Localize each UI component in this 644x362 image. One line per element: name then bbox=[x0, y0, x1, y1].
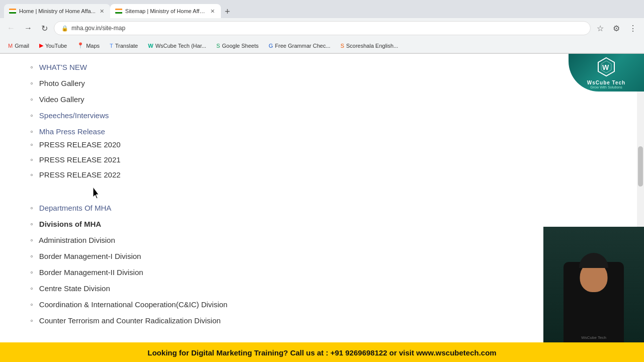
wscube-video-watermark: WsCube Tech bbox=[581, 335, 606, 340]
speeches-link[interactable]: Speeches/Interviews bbox=[39, 111, 109, 120]
content-area: W WsCube Tech Grow With Solutions WHAT'S… bbox=[0, 54, 644, 362]
tab2-close[interactable]: ✕ bbox=[209, 7, 216, 16]
tab1-close[interactable]: ✕ bbox=[99, 7, 105, 16]
banner-text: Looking for Digital Marketing Training? … bbox=[147, 348, 496, 357]
extensions-button[interactable]: ⚙ bbox=[610, 22, 623, 35]
bullet-whats-new bbox=[30, 63, 37, 71]
press-release-2020-text: PRESS RELEASE 2020 bbox=[39, 140, 121, 149]
divisions-text: Divisions of MHA bbox=[39, 220, 101, 228]
sitemap-list: WHAT'S NEW Photo Gallery Video Gallery S… bbox=[30, 63, 627, 325]
wscube-brand-text: WsCube Tech bbox=[587, 80, 625, 85]
address-bar-row: ← → ↻ 🔒 mha.gov.in/site-map ☆ ⚙ ⋮ bbox=[0, 18, 644, 38]
address-bar[interactable]: 🔒 mha.gov.in/site-map bbox=[54, 21, 591, 35]
back-button[interactable]: ← bbox=[4, 22, 18, 35]
bookmark-translate-label: Translate bbox=[115, 43, 138, 49]
press-release-2021-text: PRESS RELEASE 2021 bbox=[39, 155, 121, 164]
bookmark-bar: M Gmail ▶ YouTube 📍 Maps T Translate W W… bbox=[0, 38, 644, 53]
bullet-pr2022 bbox=[30, 170, 37, 179]
bookmark-scoreshala[interactable]: S Scoreshala English... bbox=[337, 42, 403, 50]
bookmark-maps[interactable]: 📍 Maps bbox=[73, 41, 104, 50]
bottom-banner: Looking for Digital Marketing Training? … bbox=[0, 342, 644, 362]
video-gallery-text: Video Gallery bbox=[39, 95, 85, 104]
lock-icon: 🔒 bbox=[61, 25, 68, 32]
gmail-icon: M bbox=[8, 43, 13, 49]
bookmark-translate[interactable]: T Translate bbox=[106, 42, 142, 50]
bookmark-scoreshala-label: Scoreshala English... bbox=[346, 43, 398, 49]
bookmark-grammar[interactable]: G Free Grammar Chec... bbox=[265, 42, 335, 50]
list-item: Video Gallery bbox=[30, 95, 627, 104]
maps-icon: 📍 bbox=[77, 42, 84, 49]
bookmark-gmail[interactable]: M Gmail bbox=[4, 42, 33, 50]
bookmark-sheets[interactable]: S Google Sheets bbox=[212, 42, 263, 50]
bullet-photo-gallery bbox=[30, 79, 37, 87]
main-content: WHAT'S NEW Photo Gallery Video Gallery S… bbox=[0, 54, 637, 362]
bookmark-wscube-label: WsCube Tech (Har... bbox=[155, 43, 206, 49]
bookmark-wscube[interactable]: W WsCube Tech (Har... bbox=[144, 42, 210, 50]
bullet-video-gallery bbox=[30, 95, 37, 104]
wscube-bm-icon: W bbox=[148, 43, 153, 49]
wscube-tagline: Grow With Solutions bbox=[590, 85, 622, 89]
tab2-favicon bbox=[115, 9, 122, 14]
tab-bar: Home | Ministry of Home Affa... ✕ Sitema… bbox=[0, 0, 644, 18]
forward-button[interactable]: → bbox=[21, 22, 35, 35]
translate-icon: T bbox=[110, 43, 113, 49]
bookmark-gmail-label: Gmail bbox=[15, 43, 29, 49]
departments-link[interactable]: Departments Of MHA bbox=[39, 204, 111, 212]
scrollbar-thumb[interactable] bbox=[638, 146, 643, 187]
tab2-title: Sitemap | Ministry of Home Affa... bbox=[125, 8, 206, 14]
list-item: Coordination & International Cooperation… bbox=[30, 300, 627, 309]
tab-1[interactable]: Home | Ministry of Home Affa... ✕ bbox=[4, 4, 110, 18]
border1-text: Border Management-I Division bbox=[39, 252, 141, 260]
counter-terrorism-text: Counter Terrorism and Counter Radicaliza… bbox=[39, 316, 221, 325]
spacer bbox=[30, 190, 627, 200]
bookmark-grammar-label: Free Grammar Chec... bbox=[275, 43, 331, 49]
admin-div-text: Administration Division bbox=[39, 236, 115, 244]
list-item: WHAT'S NEW bbox=[30, 63, 627, 72]
list-item: Mha Press Release bbox=[30, 127, 627, 136]
bookmark-youtube-label: YouTube bbox=[45, 43, 67, 49]
bullet-press-release bbox=[30, 127, 37, 136]
list-item: ◦ Divisions of MHA bbox=[30, 220, 627, 229]
whats-new-link[interactable]: WHAT'S NEW bbox=[39, 63, 87, 71]
bookmark-star[interactable]: ☆ bbox=[594, 22, 607, 35]
list-item: Administration Division bbox=[30, 236, 627, 245]
svg-text:W: W bbox=[602, 63, 609, 71]
list-item: Border Management-II Division bbox=[30, 268, 627, 277]
bookmark-youtube[interactable]: ▶ YouTube bbox=[35, 41, 71, 50]
list-item: Photo Gallery bbox=[30, 79, 627, 88]
bullet-border2 bbox=[30, 268, 37, 277]
bullet-admin bbox=[30, 236, 37, 244]
list-item: Border Management-I Division bbox=[30, 252, 627, 261]
sheets-icon: S bbox=[216, 43, 220, 49]
press-release-2022-text: PRESS RELEASE 2022 bbox=[39, 170, 121, 179]
bullet-centre-state bbox=[30, 284, 37, 293]
youtube-icon: ▶ bbox=[39, 42, 43, 49]
tab1-title: Home | Ministry of Home Affa... bbox=[19, 8, 96, 14]
bullet-border1 bbox=[30, 252, 37, 260]
video-overlay: WsCube Tech bbox=[543, 227, 644, 342]
tab-2[interactable]: Sitemap | Ministry of Home Affa... ✕ bbox=[110, 4, 221, 18]
bullet-speeches bbox=[30, 111, 37, 120]
wscube-hex-icon: W bbox=[596, 57, 616, 79]
browser-chrome: Home | Ministry of Home Affa... ✕ Sitema… bbox=[0, 0, 644, 54]
list-item: Centre State Division bbox=[30, 284, 627, 293]
mha-press-release-link[interactable]: Mha Press Release bbox=[39, 127, 105, 136]
menu-button[interactable]: ⋮ bbox=[626, 22, 640, 35]
border2-text: Border Management-II Division bbox=[39, 268, 143, 277]
reload-button[interactable]: ↻ bbox=[38, 22, 51, 35]
bookmark-sheets-label: Google Sheets bbox=[222, 43, 259, 49]
photo-gallery-text: Photo Gallery bbox=[39, 79, 85, 87]
tab1-favicon bbox=[9, 9, 16, 14]
list-item: ◦ Departments Of MHA bbox=[30, 204, 627, 213]
bullet-pr2020 bbox=[30, 140, 37, 149]
grammar-icon: G bbox=[269, 43, 273, 49]
list-item: Speeches/Interviews bbox=[30, 111, 627, 120]
bullet-coordination bbox=[30, 300, 37, 309]
list-item: Counter Terrorism and Counter Radicaliza… bbox=[30, 316, 627, 325]
coordination-text: Coordination & International Cooperation… bbox=[39, 300, 227, 309]
centre-state-text: Centre State Division bbox=[39, 284, 110, 293]
new-tab-button[interactable]: + bbox=[221, 7, 234, 17]
bullet-counter-terrorism bbox=[30, 316, 37, 325]
list-item: PRESS RELEASE 2020 bbox=[30, 140, 627, 149]
bullet-pr2021 bbox=[30, 155, 37, 164]
